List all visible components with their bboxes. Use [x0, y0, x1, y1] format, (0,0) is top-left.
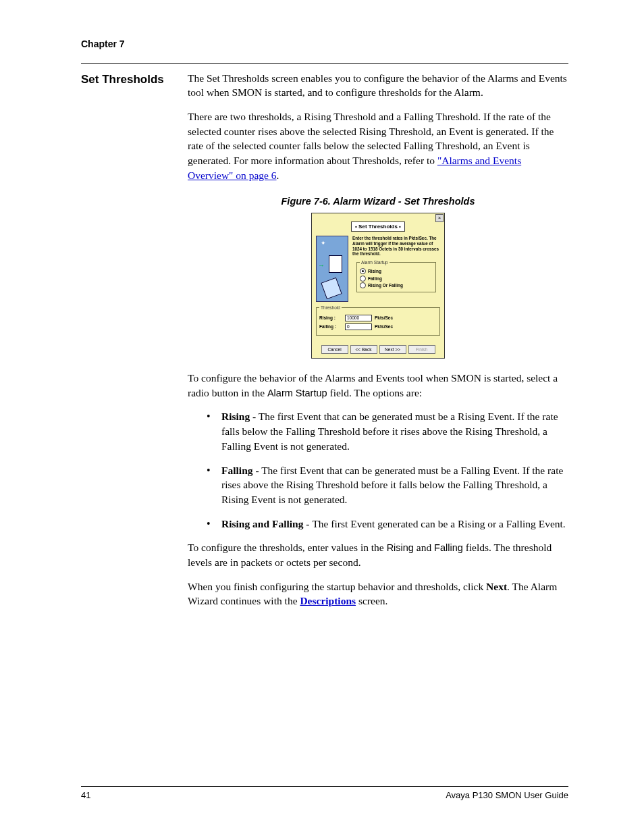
- wizard-title: • Set Thresholds •: [351, 221, 405, 232]
- button-name: Next: [486, 581, 507, 592]
- radio-falling[interactable]: Falling: [360, 276, 433, 282]
- falling-input[interactable]: [345, 323, 372, 330]
- page-number: 41: [81, 789, 90, 802]
- link-descriptions[interactable]: Descriptions: [300, 595, 356, 606]
- radio-icon: [360, 282, 366, 288]
- text: field. The options are:: [327, 387, 422, 398]
- alarm-startup-group: Alarm Startup Rising Falling Rising Or F…: [356, 259, 436, 292]
- radio-rising-or-falling[interactable]: Rising Or Falling: [360, 282, 433, 288]
- footer-rule: [81, 786, 568, 787]
- falling-label: Falling :: [319, 323, 342, 330]
- radio-icon: [360, 268, 366, 274]
- text: screen.: [356, 595, 387, 606]
- section-heading: Set Thresholds: [81, 71, 169, 618]
- wizard-description: Enter the threshold rates in Pkts/Sec. T…: [352, 236, 440, 257]
- option-name: Rising: [221, 411, 250, 422]
- figure-caption: Figure 7-6. Alarm Wizard - Set Threshold…: [188, 194, 568, 208]
- wizard-dialog: × • Set Thresholds • ✦ → Enter the thres…: [311, 213, 445, 359]
- option-text: - The first Event that can be generated …: [221, 465, 563, 505]
- list-item: Rising - The first Event that can be gen…: [207, 409, 568, 453]
- figure-container: × • Set Thresholds • ✦ → Enter the thres…: [188, 213, 568, 359]
- text: .: [277, 170, 279, 181]
- cancel-button[interactable]: Cancel: [321, 345, 348, 354]
- paragraph-next: When you finish configuring the startup …: [188, 579, 568, 608]
- rising-input[interactable]: [345, 315, 372, 321]
- field-name: Falling: [434, 542, 463, 553]
- page-footer: 41 Avaya P130 SMON User Guide: [81, 786, 568, 802]
- text: To configure the thresholds, enter value…: [188, 542, 387, 553]
- rising-label: Rising :: [319, 315, 342, 321]
- option-name: Falling: [221, 465, 253, 476]
- unit-label: Pkts/Sec: [375, 315, 393, 321]
- radio-label: Falling: [368, 276, 382, 282]
- list-item: Rising and Falling - The first Event gen…: [207, 517, 568, 531]
- field-name: Rising: [387, 542, 414, 553]
- wizard-graphic-icon: ✦ →: [316, 236, 348, 302]
- option-text: - The first Event that can be generated …: [221, 411, 558, 451]
- alarm-startup-legend: Alarm Startup: [360, 259, 390, 265]
- paragraph-intro-2: There are two thresholds, a Rising Thres…: [188, 109, 568, 182]
- option-name: Rising and Falling -: [221, 518, 312, 529]
- radio-label: Rising Or Falling: [368, 282, 403, 288]
- option-text: The first Event generated can be a Risin…: [312, 518, 565, 529]
- chapter-header: Chapter 7: [81, 38, 568, 51]
- radio-rising[interactable]: Rising: [360, 268, 433, 274]
- threshold-legend: Threshold: [319, 305, 342, 311]
- options-list: Rising - The first Event that can be gen…: [188, 409, 568, 531]
- radio-label: Rising: [368, 268, 381, 274]
- doc-title: Avaya P130 SMON User Guide: [446, 789, 568, 802]
- text: and: [414, 542, 434, 553]
- next-button[interactable]: Next >>: [379, 345, 406, 354]
- paragraph-options-intro: To configure the behavior of the Alarms …: [188, 371, 568, 400]
- unit-label: Pkts/Sec: [375, 323, 393, 330]
- back-button[interactable]: << Back: [350, 345, 377, 354]
- finish-button: Finish: [408, 345, 435, 354]
- threshold-group: Threshold Rising : Pkts/Sec Falling : Pk…: [316, 305, 440, 336]
- radio-icon: [360, 276, 366, 282]
- close-icon[interactable]: ×: [435, 214, 444, 222]
- text: When you finish configuring the startup …: [188, 581, 486, 592]
- paragraph-thresholds: To configure the thresholds, enter value…: [188, 540, 568, 569]
- list-item: Falling - The first Event that can be ge…: [207, 463, 568, 507]
- paragraph-intro-1: The Set Thresholds screen enables you to…: [188, 71, 568, 100]
- field-name: Alarm Startup: [267, 388, 327, 398]
